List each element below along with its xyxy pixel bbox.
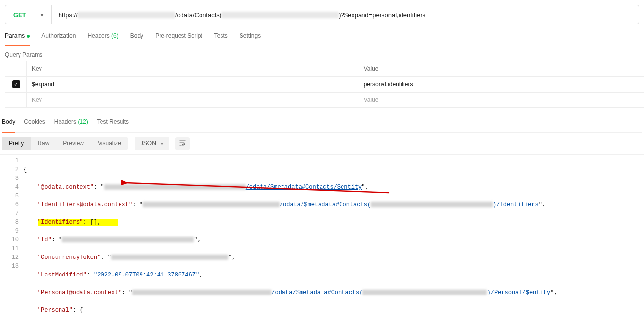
- modified-dot-icon: [27, 35, 30, 38]
- tab-headers-label: Headers: [87, 32, 109, 39]
- view-preview[interactable]: Preview: [56, 137, 91, 150]
- view-visualize[interactable]: Visualize: [91, 137, 128, 150]
- col-key: Key: [27, 61, 359, 77]
- table-row: Key Value: [5, 93, 644, 108]
- format-label: JSON: [141, 140, 156, 147]
- resp-tab-cookies[interactable]: Cookies: [24, 118, 45, 128]
- view-raw[interactable]: Raw: [31, 137, 56, 150]
- table-row: ✓ $expand personal,identifiers: [5, 77, 644, 93]
- resp-tab-body[interactable]: Body: [2, 118, 15, 128]
- checkbox-checked-icon[interactable]: ✓: [12, 80, 20, 88]
- code-token: "Personal": [38, 307, 73, 314]
- param-key-placeholder[interactable]: Key: [27, 93, 359, 108]
- param-value-cell[interactable]: personal,identifiers: [359, 77, 644, 93]
- url-prefix: https://: [59, 11, 78, 19]
- redacted-id: [221, 12, 339, 18]
- param-value-placeholder[interactable]: Value: [359, 93, 644, 108]
- code-token: {: [23, 166, 27, 173]
- code-token: "Identifiers": [38, 219, 83, 226]
- http-method-select[interactable]: GET ▾: [5, 5, 52, 24]
- checkbox-empty[interactable]: [5, 93, 27, 108]
- code-token: "Personal@odata.context": [38, 289, 122, 296]
- url-input[interactable]: https:///odata/Contacts()?$expand=person…: [52, 5, 639, 24]
- resp-tab-headers-count: (12): [78, 118, 88, 125]
- resp-tab-headers-label: Headers: [54, 118, 76, 125]
- col-value: Value: [359, 61, 644, 77]
- code-token: "Identifiers@odata.context": [38, 201, 132, 208]
- tab-params-label: Params: [5, 32, 25, 39]
- col-check: [5, 61, 27, 77]
- resp-tab-headers[interactable]: Headers (12): [54, 118, 88, 128]
- view-pretty[interactable]: Pretty: [2, 137, 31, 150]
- format-select[interactable]: JSON ▾: [135, 137, 169, 150]
- tab-params[interactable]: Params: [5, 32, 30, 42]
- param-key-cell[interactable]: $expand: [27, 77, 359, 93]
- http-method-label: GET: [13, 11, 26, 19]
- wrap-icon: [179, 140, 186, 146]
- redacted-host: [78, 12, 175, 18]
- chevron-down-icon: ▾: [161, 141, 163, 146]
- tab-settings[interactable]: Settings: [240, 32, 261, 42]
- tab-authorization[interactable]: Authorization: [41, 32, 76, 42]
- code-token: "@odata.context": [38, 184, 94, 191]
- code-token: []: [90, 219, 97, 226]
- tab-tests[interactable]: Tests: [214, 32, 228, 42]
- code-token: "LastModified": [38, 272, 87, 278]
- code-token: "ConcurrencyToken": [38, 254, 101, 261]
- wrap-lines-button[interactable]: [175, 137, 190, 150]
- view-mode-group: Pretty Raw Preview Visualize: [2, 137, 128, 150]
- response-body-editor: 12345678910111213 { "@odata.context": "/…: [0, 154, 644, 315]
- tab-body[interactable]: Body: [130, 32, 143, 42]
- chevron-down-icon: ▾: [41, 12, 43, 18]
- request-url-bar: GET ▾ https:///odata/Contacts()?$expand=…: [5, 5, 639, 24]
- line-gutter: 12345678910111213: [0, 155, 23, 315]
- code-token: /odata/$metadata#Contacts(: [271, 289, 362, 296]
- code-token: )/Identifiers: [493, 201, 539, 208]
- query-params-table: Key Value ✓ $expand personal,identifiers…: [5, 61, 644, 108]
- code-token: /odata/$metadata#Contacts/$entity: [246, 184, 362, 191]
- tab-headers-count: (6): [111, 32, 119, 39]
- response-tabs: Body Cookies Headers (12) Test Results: [2, 108, 642, 133]
- code-token: /odata/$metadata#Contacts(: [280, 201, 371, 208]
- url-suffix: )?$expand=personal,identifiers: [339, 11, 425, 19]
- tab-headers[interactable]: Headers (6): [87, 32, 118, 42]
- url-path: /odata/Contacts(: [175, 11, 221, 19]
- code-token: )/Personal/$entity: [487, 289, 550, 296]
- code-content[interactable]: { "@odata.context": "/odata/$metadata#Co…: [23, 155, 644, 315]
- request-tabs: Params Authorization Headers (6) Body Pr…: [0, 24, 644, 46]
- resp-tab-test-results[interactable]: Test Results: [97, 118, 129, 128]
- tab-pre-request[interactable]: Pre-request Script: [155, 32, 202, 42]
- code-token: "2022-09-07T09:42:41.3780746Z": [94, 272, 199, 278]
- response-view-row: Pretty Raw Preview Visualize JSON ▾: [2, 133, 644, 154]
- query-params-title: Query Params: [0, 46, 644, 61]
- code-token: "Id": [38, 236, 52, 243]
